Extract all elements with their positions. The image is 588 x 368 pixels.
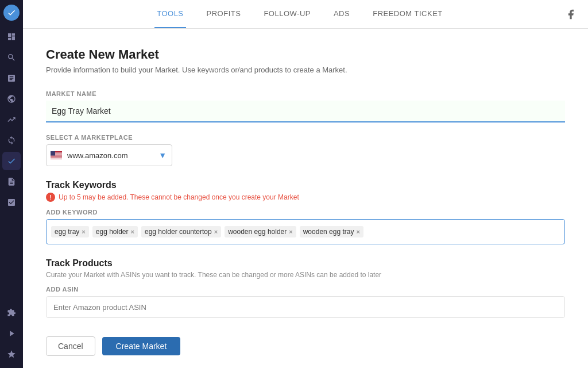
keyword-text-2: egg holder countertop bbox=[145, 228, 212, 236]
keywords-warning-box: ! Up to 5 may be added. These cannot be … bbox=[46, 193, 565, 202]
marketplace-select-wrapper: www.amazon.com www.amazon.co.uk www.amaz… bbox=[46, 144, 172, 166]
tab-freedom-ticket[interactable]: FREEDOM TICKET bbox=[370, 0, 445, 28]
keyword-text-1: egg holder bbox=[96, 228, 129, 236]
nav-tabs: TOOLS PROFITS FOLLOW-UP ADS FREEDOM TICK… bbox=[34, 0, 565, 28]
page-subtitle: Provide information to build your Market… bbox=[46, 66, 565, 74]
track-products-subtitle: Curate your Market with ASINs you want t… bbox=[46, 271, 565, 279]
track-products-title: Track Products bbox=[46, 258, 565, 269]
keyword-remove-0[interactable]: × bbox=[82, 229, 85, 235]
keyword-tag-1: egg holder × bbox=[92, 226, 138, 237]
sidebar-item-globe[interactable] bbox=[2, 90, 21, 108]
keyword-remove-2[interactable]: × bbox=[214, 229, 218, 235]
tab-profits[interactable]: PROFITS bbox=[204, 0, 243, 28]
marketplace-select[interactable]: www.amazon.com www.amazon.co.uk www.amaz… bbox=[46, 144, 172, 166]
keyword-tag-2: egg holder countertop × bbox=[141, 226, 221, 237]
sidebar-item-chart[interactable] bbox=[2, 110, 21, 129]
sidebar-item-analytics[interactable] bbox=[2, 69, 21, 87]
svg-rect-6 bbox=[51, 158, 62, 159]
top-nav: TOOLS PROFITS FOLLOW-UP ADS FREEDOM TICK… bbox=[23, 0, 588, 29]
keyword-input-container[interactable]: egg tray × egg holder × egg holder count… bbox=[46, 219, 565, 244]
add-keyword-label: ADD KEYWORD bbox=[46, 209, 565, 216]
sidebar-item-sync[interactable] bbox=[2, 131, 21, 150]
cancel-button[interactable]: Cancel bbox=[46, 336, 95, 356]
sidebar-item-puzzle[interactable] bbox=[2, 304, 21, 322]
keyword-remove-4[interactable]: × bbox=[356, 229, 359, 235]
sidebar-item-check[interactable] bbox=[2, 152, 21, 170]
keyword-text-0: egg tray bbox=[55, 228, 79, 236]
keyword-tag-0: egg tray × bbox=[51, 226, 89, 237]
facebook-icon[interactable] bbox=[565, 9, 577, 20]
marketplace-section: SELECT A MARKETPLACE www.amazo bbox=[46, 134, 565, 166]
app-logo[interactable] bbox=[3, 5, 20, 21]
keyword-text-3: wooden egg holder bbox=[228, 228, 287, 236]
keyword-remove-3[interactable]: × bbox=[289, 229, 292, 235]
svg-rect-7 bbox=[51, 151, 55, 156]
tab-follow-up[interactable]: FOLLOW-UP bbox=[261, 0, 313, 28]
main-area: TOOLS PROFITS FOLLOW-UP ADS FREEDOM TICK… bbox=[23, 0, 588, 368]
sidebar-item-doc[interactable] bbox=[2, 172, 21, 191]
sidebar-item-dashboard[interactable] bbox=[2, 28, 21, 46]
track-products-section: Track Products Curate your Market with A… bbox=[46, 258, 565, 318]
keyword-tag-4: wooden egg tray × bbox=[300, 226, 363, 237]
form-actions: Cancel Create Market bbox=[46, 336, 565, 356]
us-flag-icon bbox=[51, 151, 62, 159]
nav-right bbox=[565, 9, 577, 20]
tab-tools[interactable]: TOOLS bbox=[154, 0, 185, 28]
sidebar-item-checklist[interactable] bbox=[2, 193, 21, 212]
sidebar-item-star[interactable] bbox=[2, 345, 21, 363]
market-name-input[interactable] bbox=[46, 101, 565, 122]
page-title: Create New Market bbox=[46, 47, 565, 62]
keyword-text-4: wooden egg tray bbox=[303, 228, 354, 236]
market-name-section: MARKET NAME bbox=[46, 90, 565, 122]
sidebar-bottom bbox=[2, 304, 21, 363]
sidebar bbox=[0, 0, 23, 368]
marketplace-label: SELECT A MARKETPLACE bbox=[46, 134, 565, 141]
market-name-label: MARKET NAME bbox=[46, 90, 565, 97]
svg-rect-4 bbox=[51, 156, 62, 156]
content-area: Create New Market Provide information to… bbox=[23, 29, 588, 368]
add-asin-label: ADD ASIN bbox=[46, 286, 565, 293]
create-market-button[interactable]: Create Market bbox=[102, 337, 181, 355]
keyword-tag-3: wooden egg holder × bbox=[225, 226, 296, 237]
track-keywords-section: Track Keywords ! Up to 5 may be added. T… bbox=[46, 180, 565, 244]
asin-input[interactable] bbox=[46, 296, 565, 318]
track-keywords-title: Track Keywords bbox=[46, 180, 565, 190]
sidebar-item-play[interactable] bbox=[2, 324, 21, 343]
tab-ads[interactable]: ADS bbox=[331, 0, 352, 28]
svg-rect-5 bbox=[51, 157, 62, 158]
warning-icon: ! bbox=[46, 193, 55, 202]
keywords-warning-text: Up to 5 may be added. These cannot be ch… bbox=[59, 193, 299, 201]
keyword-remove-1[interactable]: × bbox=[131, 229, 134, 235]
sidebar-item-search[interactable] bbox=[2, 48, 21, 67]
